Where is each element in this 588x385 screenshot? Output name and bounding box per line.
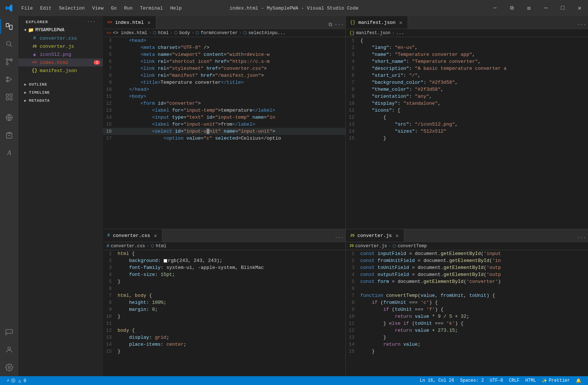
more-actions-bottom-left[interactable]: ··· [335,234,343,242]
breadcrumb-css-html[interactable]: html [156,244,166,249]
status-bar: ⚡ ⓪ △ 0 Ln 16, Col 26 Spaces: 2 UTF-8 CR… [0,376,588,385]
layout-button[interactable]: ⊟ [520,0,537,16]
svg-rect-13 [10,98,12,100]
tab-bar-top-left: <> index.html ✕ manifest.json ⧉ ··· [103,16,345,29]
status-language[interactable]: HTML [523,376,539,385]
file-item-icon-png[interactable]: ◈ icon512.png [18,50,103,58]
breadcrumb-html[interactable]: html [158,30,169,36]
code-editor-index-html[interactable]: 3 <head> 4 <meta charset="UTF-8" /> [103,37,345,229]
remote-activity-icon[interactable] [0,109,18,126]
status-right: Ln 16, Col 26 Spaces: 2 UTF-8 CRLF HTML … [417,376,584,385]
tab-bar-top-right: {} manifest.json ✕ ··· [346,16,588,29]
extensions-activity-icon[interactable] [0,88,18,106]
tab-close-index-html[interactable]: ✕ [147,19,151,26]
breadcrumb-form[interactable]: form#converter [201,30,238,36]
breadcrumb-js-fn[interactable]: convertTemp [398,244,427,249]
timeline-section[interactable]: ▶ TIMELINE [18,89,103,97]
line-num-12: 12 [103,101,118,106]
settings-activity-icon[interactable] [0,359,18,376]
file-item-manifest-json[interactable]: {} manifest.json [18,66,103,75]
status-spaces[interactable]: Spaces: 2 [457,376,487,385]
more-actions-button[interactable]: ··· [335,21,343,29]
breadcrumb-index-html-file[interactable]: <> index.html [113,30,147,36]
git-activity-icon[interactable] [0,53,18,71]
status-line-ending[interactable]: CRLF [506,376,523,385]
menu-file[interactable]: File [18,0,36,16]
tab-manifest-json[interactable]: {} manifest.json ✕ [346,16,408,29]
breadcrumb-sep3: › [191,30,194,36]
file-item-converter-css[interactable]: # converter.css [18,34,103,42]
timeline-arrow: ▶ [24,90,27,95]
window-close-button[interactable]: ✕ [571,0,588,16]
outline-section[interactable]: ▶ OUTLINE [18,80,103,89]
discord-activity-icon[interactable] [0,323,18,341]
json-line-num-13: 13 [346,122,361,127]
main-area: A EXPLORER ··· ▼ 📁 [0,16,588,376]
menu-terminal[interactable]: Terminal [136,0,166,16]
account-activity-icon[interactable] [0,341,18,359]
breadcrumb-js-file[interactable]: converter.js [355,244,387,249]
svg-point-8 [6,77,8,79]
font-activity-icon[interactable]: A [0,144,18,162]
editor-group-index-html: <> index.html ✕ manifest.json ⧉ ··· <> <… [103,16,346,229]
code-editor-manifest-json[interactable]: 1 { 2 "lang": "en-us", 3 "name": "Temper… [346,37,588,229]
explorer-activity-icon[interactable] [0,18,18,35]
js-line-11: 11 } else if (toUnit === 'k') { [346,320,588,327]
test-activity-icon[interactable] [0,126,18,144]
line-num-13: 13 [103,108,118,113]
sidebar-menu-button[interactable]: ··· [87,19,96,25]
metadata-section[interactable]: ▶ METADATA [18,97,103,105]
json-line-num-9: 9 [346,94,361,99]
breadcrumb-body[interactable]: body [179,30,190,36]
search-activity-icon[interactable] [0,35,18,53]
svg-point-4 [6,59,8,61]
window-maximize-button[interactable]: □ [554,0,571,16]
menu-selection[interactable]: Selection [55,0,88,16]
line-content-17: <option value="c" selected>Celsius</opti… [118,136,345,141]
debug-activity-icon[interactable] [0,71,18,88]
status-bell[interactable]: 🔔 [573,376,584,385]
file-item-converter-js[interactable]: JS converter.js [18,42,103,50]
project-folder[interactable]: ▼ 📁 MYSAMPLEPWA [18,26,103,34]
menu-view[interactable]: View [89,0,107,16]
js-line-9: 9 if (toUnit === 'f') { [346,306,588,313]
json-line-14: 14 "sizes": "512x512" [346,128,588,135]
status-errors[interactable]: ⚡ ⓪ △ 0 [4,376,29,385]
status-prettier[interactable]: ✨ Prettier [539,376,573,385]
code-editor-converter-css[interactable]: 1 html { 2 background: rgb(243, 243, 243… [103,250,345,376]
more-actions-bottom-right[interactable]: ··· [578,234,586,242]
minimize-button[interactable]: ─ [487,0,503,16]
breadcrumb-css-file[interactable]: converter.css [111,244,145,249]
menu-edit[interactable]: Edit [36,0,55,16]
tab-converter-js[interactable]: JS converter.js ✕ [346,229,404,242]
tab-converter-css[interactable]: # converter.css ✕ [103,229,162,242]
breadcrumb-manifest-file[interactable]: manifest.json [356,30,391,36]
breadcrumb-manifest-dots[interactable]: ... [396,30,404,36]
json-line-num-3: 3 [346,52,361,57]
breadcrumb-select[interactable]: select#inpu... [248,30,286,36]
file-item-index-html[interactable]: <> index.html 1 [18,58,103,66]
editor-group-converter-css: # converter.css ✕ ··· # converter.css › … [103,229,346,376]
error-icon: ⚡ [7,378,10,384]
breadcrumb-sep-right: › [392,30,395,36]
js-line-8: 8 if (fromUnit === 'c') { [346,299,588,306]
status-cursor-position[interactable]: Ln 16, Col 26 [417,376,457,385]
line-num-16: 16 [103,129,118,134]
window-minimize-button[interactable]: — [537,0,554,16]
code-line-13: 13 <label for="input-temp">temperature</… [103,107,345,114]
tab-index-html[interactable]: <> index.html ✕ [103,16,156,29]
menu-run[interactable]: Run [120,0,136,16]
menu-go[interactable]: Go [107,0,121,16]
tab-close-converter-js[interactable]: ✕ [395,232,399,240]
more-actions-top-right[interactable]: ··· [578,21,586,29]
tab-close-manifest-json[interactable]: ✕ [398,19,403,26]
menu-help[interactable]: Help [166,0,185,16]
split-view-button[interactable]: ⧉ [503,0,520,16]
split-editor-button[interactable]: ⧉ [326,21,334,29]
code-line-15: 15 <label for="input-unit">from</label> [103,121,345,128]
breadcrumb-select-icon: ⬡ [243,30,247,35]
code-editor-converter-js[interactable]: 1 const inputField = document.getElement… [346,250,588,376]
status-encoding[interactable]: UTF-8 [487,376,506,385]
tab-close-converter-css[interactable]: ✕ [153,232,158,240]
line-num-7: 7 [103,66,118,71]
